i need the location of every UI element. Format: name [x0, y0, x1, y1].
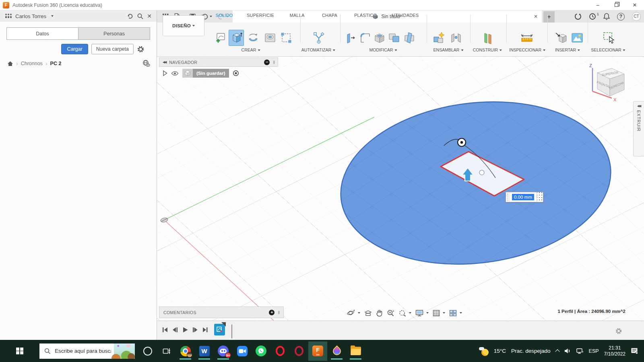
search-icon[interactable] — [137, 13, 144, 20]
volume-icon[interactable] — [564, 348, 571, 354]
document-tab[interactable]: Sin título* ✕ — [233, 10, 542, 23]
new-tab-button[interactable]: + — [543, 11, 555, 23]
visibility-eye-icon[interactable] — [171, 71, 179, 76]
tab-plastico[interactable]: PLÁSTICO — [354, 13, 377, 18]
play-button[interactable] — [182, 327, 188, 333]
comments-panel-header[interactable]: COMENTARIOS + ‖ — [159, 306, 284, 318]
close-window-button[interactable]: ✕ — [625, 0, 644, 10]
taskbar-cortana[interactable] — [138, 341, 157, 361]
extrude-distance-input[interactable]: 0.00 mm — [506, 192, 543, 202]
search-highlights-art[interactable]: ✦ — [114, 343, 135, 359]
automate-script-button[interactable] — [311, 30, 326, 46]
activate-radio-icon[interactable] — [233, 70, 239, 76]
network-icon[interactable] — [576, 348, 584, 354]
taskbar-zoom[interactable] — [233, 341, 252, 361]
hide-panel-icon[interactable]: − — [264, 60, 270, 65]
group-modificar[interactable]: MODIFICAR — [369, 47, 397, 52]
help-button[interactable]: ? — [617, 13, 625, 21]
taskbar-search[interactable]: ✦ — [39, 343, 135, 359]
tab-malla[interactable]: MALLA — [289, 13, 304, 18]
new-component-button[interactable] — [431, 30, 447, 46]
timeline-settings-gear-icon[interactable] — [615, 327, 622, 335]
press-pull-button[interactable] — [343, 30, 358, 46]
tray-clock[interactable]: 21:31 7/10/2022 — [604, 345, 625, 357]
restore-button[interactable] — [607, 0, 625, 10]
measure-button[interactable] — [519, 30, 535, 46]
refresh-icon[interactable] — [127, 13, 134, 20]
zoom-button[interactable] — [387, 309, 394, 317]
tab-personas[interactable]: Personas — [78, 27, 150, 40]
hole-button[interactable] — [262, 30, 278, 46]
taskbar-opera-gx[interactable] — [289, 341, 308, 361]
viewports-button[interactable] — [449, 310, 462, 317]
notifications-bell-icon[interactable] — [603, 13, 610, 20]
taskbar-file-explorer[interactable] — [346, 341, 365, 361]
tray-expand-chevron-icon[interactable] — [555, 349, 559, 354]
breadcrumb-folder[interactable]: PC 2 — [50, 61, 62, 66]
tab-datos[interactable]: Datos — [6, 27, 78, 40]
tray-language[interactable]: ESP — [589, 348, 599, 354]
group-insertar[interactable]: INSERTAR — [555, 47, 580, 52]
group-construir[interactable]: CONSTRUIR — [473, 47, 502, 52]
sketch-point[interactable] — [479, 170, 484, 175]
panel-grip-icon[interactable]: ‖ — [273, 60, 275, 65]
joint-button[interactable] — [448, 30, 464, 46]
taskbar-discord[interactable]: 9+ — [214, 341, 233, 361]
globe-eye-icon[interactable] — [142, 60, 150, 67]
timeline-position-marker[interactable] — [231, 325, 232, 338]
tray-weather-desc[interactable]: Prac. despejado — [511, 348, 551, 354]
extrude-button[interactable] — [229, 30, 244, 46]
distance-value[interactable]: 0.00 mm — [512, 194, 534, 200]
document-root-item[interactable]: (Sin guardar) — [182, 69, 229, 78]
group-inspeccionar[interactable]: INSPECCIONAR — [509, 47, 545, 52]
step-forward-button[interactable] — [192, 327, 198, 333]
expand-triangle-icon[interactable] — [163, 70, 167, 76]
pattern-button[interactable] — [279, 30, 294, 46]
start-button[interactable] — [0, 348, 39, 355]
home-icon[interactable] — [7, 61, 13, 66]
panel-grip-icon[interactable]: ‖ — [278, 310, 279, 315]
insert-canvas-button[interactable] — [570, 30, 585, 46]
add-comment-icon[interactable]: + — [269, 310, 275, 315]
fit-button[interactable] — [398, 309, 411, 317]
action-center-icon[interactable] — [631, 348, 638, 354]
construct-plane-button[interactable] — [480, 30, 495, 46]
user-avatar[interactable]: CT — [632, 12, 641, 21]
new-folder-button[interactable]: Nueva carpeta — [91, 44, 134, 54]
group-crear[interactable]: CREAR — [242, 47, 260, 52]
create-sketch-button[interactable] — [213, 30, 229, 46]
view-cube[interactable]: Z X SUPERIOR FRONTAL DERECHA — [587, 62, 627, 103]
taskbar-chrome[interactable] — [176, 341, 195, 361]
version-history-button[interactable]: 1 — [589, 13, 596, 20]
step-back-button[interactable] — [172, 327, 178, 333]
skip-to-start-button[interactable] — [162, 327, 168, 333]
tray-temperature[interactable]: 15°C — [494, 348, 506, 354]
breadcrumb-project[interactable]: Chronnos — [21, 61, 43, 66]
split-body-button[interactable] — [402, 30, 417, 46]
combine-button[interactable] — [386, 30, 402, 46]
select-button[interactable] — [601, 30, 616, 46]
team-name[interactable]: Carlos Torres — [15, 13, 46, 19]
origin-icon[interactable] — [160, 217, 168, 223]
tab-utilidades[interactable]: UTILIDADES — [392, 13, 419, 18]
taskbar-task-view[interactable] — [157, 341, 176, 361]
upload-button[interactable]: Cargar — [61, 44, 88, 54]
search-input[interactable] — [55, 348, 111, 354]
drag-handle-icon[interactable] — [506, 192, 510, 202]
settings-gear-icon[interactable] — [137, 45, 144, 53]
navigator-panel-header[interactable]: ◀◀ NAVEGADOR − ‖ — [159, 58, 278, 67]
taskbar-paint-app[interactable] — [327, 341, 346, 361]
revolve-button[interactable] — [246, 30, 261, 46]
extrude-dialog-collapsed[interactable]: ◀◀ EXTRUIR — [633, 101, 644, 156]
taskbar-word[interactable]: W — [195, 341, 214, 361]
chevron-down-icon[interactable] — [51, 15, 54, 17]
group-automatizar[interactable]: AUTOMATIZAR — [301, 47, 335, 52]
close-tab-icon[interactable]: ✕ — [534, 14, 538, 19]
group-seleccionar[interactable]: SELECCIONAR — [591, 47, 625, 52]
design-workspace-menu[interactable]: DISEÑO — [163, 15, 204, 36]
collapse-left-icon[interactable]: ◀◀ — [163, 60, 166, 64]
close-panel-icon[interactable]: ✕ — [147, 13, 152, 19]
orbit-button[interactable] — [347, 309, 360, 317]
collapse-left-icon[interactable]: ◀◀ — [637, 104, 640, 108]
shell-button[interactable] — [372, 30, 387, 46]
